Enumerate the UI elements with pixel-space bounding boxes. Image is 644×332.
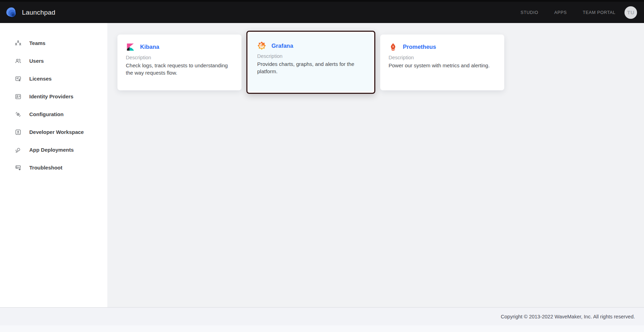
users-icon (15, 58, 22, 65)
sidebar-item-label: Identity Providers (29, 93, 74, 99)
sidebar-item-label: App Deployments (29, 147, 74, 153)
description-label: Description (389, 55, 496, 60)
description-label: Description (257, 53, 365, 59)
description-label: Description (126, 55, 233, 60)
sidebar-item-app-deployments[interactable]: App Deployments (0, 141, 107, 159)
app-card-grafana[interactable]: Grafana Description Provides charts, gra… (249, 33, 373, 91)
app-card-grafana-selected-frame[interactable]: Grafana Description Provides charts, gra… (246, 31, 375, 94)
brand: Launchpad (6, 7, 55, 18)
kibana-logo-icon (126, 43, 135, 52)
sidebar-item-label: Troubleshoot (29, 165, 62, 171)
app-deployments-icon (15, 146, 22, 153)
user-avatar[interactable]: TU (624, 6, 637, 19)
sidebar-item-troubleshoot[interactable]: Troubleshoot (0, 159, 107, 176)
app-card-title[interactable]: Prometheus (403, 44, 436, 50)
main-shell: Teams Users Licenses (0, 23, 644, 307)
sidebar-item-identity-providers[interactable]: Identity Providers (0, 88, 107, 105)
nav-link-apps[interactable]: APPS (554, 10, 567, 15)
nav-link-studio[interactable]: STUDIO (521, 10, 538, 15)
app-card-title[interactable]: Grafana (271, 43, 293, 49)
top-bar: Launchpad STUDIO APPS TEAM PORTAL TU (0, 0, 644, 23)
app-title: Launchpad (22, 9, 55, 16)
sidebar-item-configuration[interactable]: Configuration (0, 105, 107, 123)
grafana-logo-icon (257, 41, 266, 50)
nav-link-team-portal[interactable]: TEAM PORTAL (583, 10, 615, 15)
app-card-title[interactable]: Kibana (140, 44, 159, 50)
app-cards-row: Kibana Description Check logs, track req… (117, 31, 644, 94)
copyright-text: Copyright © 2013-2022 WaveMaker, Inc. Al… (501, 314, 635, 319)
sidebar-item-label: Teams (29, 40, 45, 46)
sidebar-item-label: Developer Workspace (29, 129, 84, 135)
bottom-strip (0, 325, 644, 332)
sidebar-item-teams[interactable]: Teams (0, 34, 107, 52)
licenses-icon (15, 75, 22, 82)
top-nav: STUDIO APPS TEAM PORTAL (521, 10, 615, 15)
app-description: Power our system with metrics and alerti… (389, 62, 493, 69)
developer-workspace-icon (15, 129, 22, 136)
identity-providers-icon (15, 93, 22, 100)
sidebar-item-label: Configuration (29, 111, 63, 117)
app-description: Provides charts, graphs, and alerts for … (257, 60, 362, 75)
app-card-kibana[interactable]: Kibana Description Check logs, track req… (117, 35, 242, 90)
app-card-prometheus[interactable]: Prometheus Description Power our system … (380, 35, 504, 90)
app-description: Check logs, track requests to understand… (126, 62, 230, 77)
prometheus-logo-icon (389, 43, 398, 52)
sidebar-item-licenses[interactable]: Licenses (0, 70, 107, 88)
troubleshoot-icon (15, 164, 22, 171)
teams-icon (15, 40, 22, 47)
content-area: Kibana Description Check logs, track req… (107, 23, 644, 307)
launchpad-page: Launchpad STUDIO APPS TEAM PORTAL TU Tea… (0, 0, 644, 332)
sidebar-item-label: Users (29, 58, 44, 64)
sidebar: Teams Users Licenses (0, 23, 107, 307)
configuration-icon (15, 111, 22, 118)
sidebar-item-developer-workspace[interactable]: Developer Workspace (0, 123, 107, 141)
sidebar-item-label: Licenses (29, 76, 52, 82)
footer: Copyright © 2013-2022 WaveMaker, Inc. Al… (0, 307, 644, 325)
sidebar-item-users[interactable]: Users (0, 52, 107, 70)
wavemaker-logo-icon (6, 7, 17, 18)
